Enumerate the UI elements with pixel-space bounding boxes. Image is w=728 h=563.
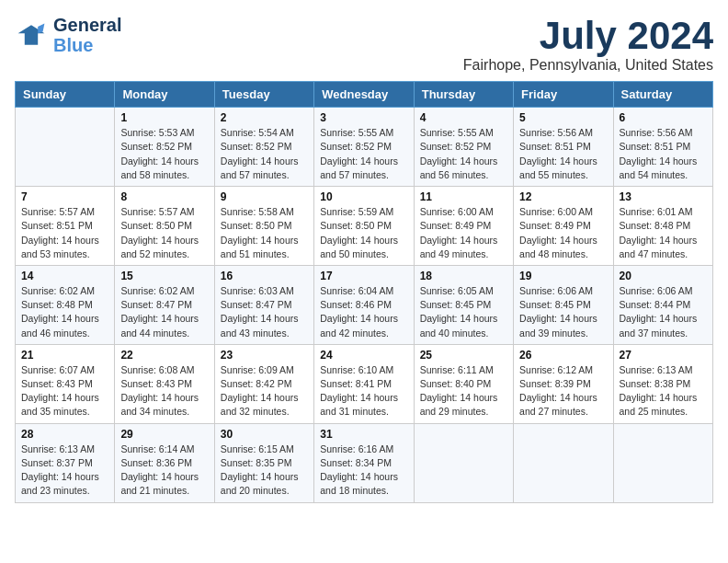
- day-info: Sunrise: 5:54 AMSunset: 8:52 PMDaylight:…: [221, 126, 308, 182]
- calendar-cell: 27Sunrise: 6:13 AMSunset: 8:38 PMDayligh…: [613, 344, 712, 423]
- day-info: Sunrise: 6:02 AMSunset: 8:48 PMDaylight:…: [21, 284, 108, 340]
- day-info: Sunrise: 5:57 AMSunset: 8:51 PMDaylight:…: [21, 205, 108, 261]
- svg-marker-1: [38, 23, 44, 33]
- calendar-cell: [514, 423, 613, 502]
- calendar-cell: 20Sunrise: 6:06 AMSunset: 8:44 PMDayligh…: [613, 265, 712, 344]
- day-number: 20: [620, 270, 707, 282]
- calendar-cell: 17Sunrise: 6:04 AMSunset: 8:46 PMDayligh…: [314, 265, 414, 344]
- title-area: July 2024 Fairhope, Pennsylvania, United…: [463, 15, 713, 74]
- day-number: 24: [320, 349, 407, 362]
- calendar-cell: 23Sunrise: 6:09 AMSunset: 8:42 PMDayligh…: [214, 344, 313, 423]
- calendar-cell: 3Sunrise: 5:55 AMSunset: 8:52 PMDaylight…: [314, 108, 414, 187]
- calendar-cell: 13Sunrise: 6:01 AMSunset: 8:48 PMDayligh…: [613, 187, 712, 266]
- day-info: Sunrise: 5:53 AMSunset: 8:52 PMDaylight:…: [120, 126, 208, 182]
- calendar-cell: [16, 108, 115, 187]
- calendar-cell: [414, 423, 513, 502]
- day-number: 8: [120, 190, 208, 203]
- calendar-cell: 5Sunrise: 5:56 AMSunset: 8:51 PMDaylight…: [514, 108, 613, 187]
- weekday-header: Saturday: [613, 82, 712, 108]
- day-number: 10: [320, 190, 407, 203]
- calendar-cell: 28Sunrise: 6:13 AMSunset: 8:37 PMDayligh…: [16, 423, 115, 502]
- day-number: 25: [420, 349, 507, 362]
- calendar-cell: 25Sunrise: 6:11 AMSunset: 8:40 PMDayligh…: [414, 344, 513, 423]
- weekday-header: Monday: [115, 82, 214, 108]
- day-info: Sunrise: 5:56 AMSunset: 8:51 PMDaylight:…: [620, 126, 707, 182]
- calendar-cell: 29Sunrise: 6:14 AMSunset: 8:36 PMDayligh…: [115, 423, 214, 502]
- day-number: 15: [120, 270, 208, 282]
- day-number: 7: [21, 190, 108, 203]
- calendar-cell: 26Sunrise: 6:12 AMSunset: 8:39 PMDayligh…: [514, 344, 613, 423]
- calendar-title: July 2024: [463, 15, 713, 57]
- calendar-cell: 1Sunrise: 5:53 AMSunset: 8:52 PMDaylight…: [115, 108, 214, 187]
- calendar-cell: 30Sunrise: 6:15 AMSunset: 8:35 PMDayligh…: [214, 423, 313, 502]
- day-number: 18: [420, 270, 507, 282]
- day-number: 17: [320, 270, 407, 282]
- calendar-header-row: SundayMondayTuesdayWednesdayThursdayFrid…: [16, 82, 713, 108]
- calendar-cell: 2Sunrise: 5:54 AMSunset: 8:52 PMDaylight…: [214, 108, 313, 187]
- calendar-week-row: 7Sunrise: 5:57 AMSunset: 8:51 PMDaylight…: [16, 187, 713, 266]
- calendar-week-row: 1Sunrise: 5:53 AMSunset: 8:52 PMDaylight…: [16, 108, 713, 187]
- logo-text: General Blue: [53, 15, 121, 55]
- calendar-cell: 9Sunrise: 5:58 AMSunset: 8:50 PMDaylight…: [214, 187, 313, 266]
- weekday-header: Friday: [514, 82, 613, 108]
- day-info: Sunrise: 5:58 AMSunset: 8:50 PMDaylight:…: [221, 205, 308, 261]
- day-info: Sunrise: 5:55 AMSunset: 8:52 PMDaylight:…: [320, 126, 407, 182]
- day-info: Sunrise: 6:14 AMSunset: 8:36 PMDaylight:…: [120, 442, 208, 499]
- calendar-cell: 7Sunrise: 5:57 AMSunset: 8:51 PMDaylight…: [16, 187, 115, 266]
- day-info: Sunrise: 6:03 AMSunset: 8:47 PMDaylight:…: [221, 284, 308, 340]
- day-info: Sunrise: 5:55 AMSunset: 8:52 PMDaylight:…: [420, 126, 507, 182]
- day-number: 29: [120, 428, 208, 441]
- day-number: 4: [420, 111, 507, 124]
- day-number: 19: [519, 270, 607, 282]
- weekday-header: Wednesday: [314, 82, 414, 108]
- calendar-cell: 8Sunrise: 5:57 AMSunset: 8:50 PMDaylight…: [115, 187, 214, 266]
- day-info: Sunrise: 6:13 AMSunset: 8:38 PMDaylight:…: [620, 363, 707, 419]
- day-number: 27: [620, 349, 707, 362]
- calendar-cell: 15Sunrise: 6:02 AMSunset: 8:47 PMDayligh…: [115, 265, 214, 344]
- day-info: Sunrise: 6:10 AMSunset: 8:41 PMDaylight:…: [320, 363, 407, 419]
- day-info: Sunrise: 6:05 AMSunset: 8:45 PMDaylight:…: [420, 284, 507, 340]
- day-info: Sunrise: 5:56 AMSunset: 8:51 PMDaylight:…: [519, 126, 607, 182]
- day-info: Sunrise: 6:00 AMSunset: 8:49 PMDaylight:…: [519, 205, 607, 261]
- calendar-table: SundayMondayTuesdayWednesdayThursdayFrid…: [15, 81, 713, 502]
- calendar-week-row: 28Sunrise: 6:13 AMSunset: 8:37 PMDayligh…: [16, 423, 713, 502]
- day-number: 30: [221, 428, 308, 441]
- weekday-header: Sunday: [16, 82, 115, 108]
- logo: General Blue: [15, 15, 121, 55]
- calendar-cell: 6Sunrise: 5:56 AMSunset: 8:51 PMDaylight…: [613, 108, 712, 187]
- day-info: Sunrise: 6:12 AMSunset: 8:39 PMDaylight:…: [519, 363, 607, 419]
- weekday-header: Tuesday: [214, 82, 313, 108]
- day-number: 28: [21, 428, 108, 441]
- day-info: Sunrise: 6:13 AMSunset: 8:37 PMDaylight:…: [21, 442, 108, 499]
- calendar-cell: 24Sunrise: 6:10 AMSunset: 8:41 PMDayligh…: [314, 344, 414, 423]
- weekday-header: Thursday: [414, 82, 513, 108]
- day-number: 3: [320, 111, 407, 124]
- calendar-cell: 18Sunrise: 6:05 AMSunset: 8:45 PMDayligh…: [414, 265, 513, 344]
- day-info: Sunrise: 6:02 AMSunset: 8:47 PMDaylight:…: [120, 284, 208, 340]
- day-number: 2: [221, 111, 308, 124]
- day-number: 11: [420, 190, 507, 203]
- day-number: 23: [221, 349, 308, 362]
- day-info: Sunrise: 6:08 AMSunset: 8:43 PMDaylight:…: [120, 363, 208, 419]
- day-number: 16: [221, 270, 308, 282]
- calendar-cell: 22Sunrise: 6:08 AMSunset: 8:43 PMDayligh…: [115, 344, 214, 423]
- day-number: 5: [519, 111, 607, 124]
- day-number: 14: [21, 270, 108, 282]
- calendar-cell: 16Sunrise: 6:03 AMSunset: 8:47 PMDayligh…: [214, 265, 313, 344]
- calendar-cell: [613, 423, 712, 502]
- calendar-cell: 19Sunrise: 6:06 AMSunset: 8:45 PMDayligh…: [514, 265, 613, 344]
- day-info: Sunrise: 6:16 AMSunset: 8:34 PMDaylight:…: [320, 442, 407, 499]
- day-number: 1: [120, 111, 208, 124]
- day-info: Sunrise: 6:11 AMSunset: 8:40 PMDaylight:…: [420, 363, 507, 419]
- calendar-cell: 14Sunrise: 6:02 AMSunset: 8:48 PMDayligh…: [16, 265, 115, 344]
- day-number: 6: [620, 111, 707, 124]
- day-info: Sunrise: 6:07 AMSunset: 8:43 PMDaylight:…: [21, 363, 108, 419]
- calendar-cell: 12Sunrise: 6:00 AMSunset: 8:49 PMDayligh…: [514, 187, 613, 266]
- calendar-week-row: 14Sunrise: 6:02 AMSunset: 8:48 PMDayligh…: [16, 265, 713, 344]
- calendar-week-row: 21Sunrise: 6:07 AMSunset: 8:43 PMDayligh…: [16, 344, 713, 423]
- day-info: Sunrise: 6:00 AMSunset: 8:49 PMDaylight:…: [420, 205, 507, 261]
- day-number: 26: [519, 349, 607, 362]
- calendar-cell: 10Sunrise: 5:59 AMSunset: 8:50 PMDayligh…: [314, 187, 414, 266]
- calendar-cell: 11Sunrise: 6:00 AMSunset: 8:49 PMDayligh…: [414, 187, 513, 266]
- calendar-body: 1Sunrise: 5:53 AMSunset: 8:52 PMDaylight…: [16, 108, 713, 502]
